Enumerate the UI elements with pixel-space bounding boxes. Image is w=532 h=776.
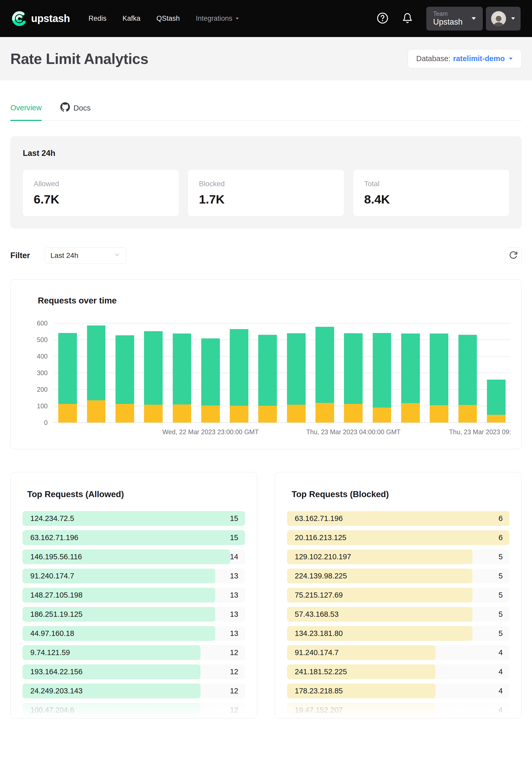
allowed-table-title: Top Requests (Allowed): [27, 490, 245, 499]
tab-overview[interactable]: Overview: [10, 102, 42, 121]
top-requests-section: Top Requests (Allowed) 124.234.72.51563.…: [10, 472, 522, 719]
table-row: 63.162.71.19615: [22, 530, 245, 545]
chart-bar-blocked-segment: [116, 404, 134, 423]
chart-bar-blocked-segment: [316, 403, 334, 423]
row-ip: 19.47.152.207: [295, 706, 343, 714]
chart-bar[interactable]: [316, 327, 334, 423]
table-row: 224.139.98.2255: [287, 569, 510, 583]
chart-bar-blocked-segment: [373, 408, 391, 423]
table-row: 241.181.52.2254: [287, 664, 510, 679]
row-content: 241.181.52.2254: [287, 664, 510, 679]
y-tick-label: 500: [37, 336, 48, 344]
row-ip: 186.251.19.125: [30, 610, 82, 619]
row-value: 13: [230, 629, 238, 638]
refresh-button[interactable]: [505, 247, 522, 264]
chart-bar[interactable]: [344, 333, 363, 423]
time-range-select[interactable]: Last 24h: [44, 247, 126, 264]
row-value: 15: [230, 533, 238, 542]
chart-bar[interactable]: [173, 334, 191, 423]
chart-bar-slot: [53, 323, 82, 423]
nav-link-qstash[interactable]: QStash: [156, 14, 180, 22]
row-content: 224.139.98.2255: [287, 569, 510, 583]
chart-title: Requests over time: [38, 296, 511, 306]
chart-bar-slot: [339, 323, 368, 423]
row-value: 12: [230, 687, 238, 695]
y-tick-label: 400: [37, 353, 48, 360]
row-value: 13: [230, 610, 238, 619]
chart-bar[interactable]: [144, 331, 163, 423]
table-row: 129.102.210.1975: [287, 549, 510, 564]
chart-bar-blocked-segment: [459, 405, 477, 423]
chart-bar[interactable]: [487, 380, 506, 423]
row-ip: 124.234.72.5: [30, 514, 74, 523]
tab-docs[interactable]: Docs: [60, 102, 91, 121]
chart-bar[interactable]: [201, 339, 220, 423]
row-content: 19.47.152.2074: [287, 703, 510, 718]
row-value: 6: [499, 514, 503, 523]
top-requests-allowed-card: Top Requests (Allowed) 124.234.72.51563.…: [10, 472, 257, 719]
bell-icon: [402, 13, 413, 25]
row-ip: 63.162.71.196: [30, 533, 78, 542]
database-label: Database:: [416, 54, 451, 63]
notifications-button[interactable]: [402, 13, 413, 25]
nav-link-label: Integrations: [196, 14, 232, 22]
stat-card-allowed: Allowed6.7K: [23, 170, 179, 216]
row-ip: 241.181.52.225: [295, 667, 347, 676]
chart-bar[interactable]: [116, 335, 134, 423]
chart-bar[interactable]: [87, 326, 106, 423]
chart-bar-slot: [282, 323, 311, 423]
row-ip: 178.23.218.85: [295, 687, 343, 695]
nav-link-kafka[interactable]: Kafka: [123, 14, 140, 22]
row-content: 100.47.204.612: [22, 703, 245, 718]
stat-label: Total: [364, 180, 498, 188]
chart-bar[interactable]: [58, 333, 77, 423]
chart-bar-slot: [82, 323, 110, 423]
chart-bar[interactable]: [459, 335, 477, 423]
chart-bar[interactable]: [230, 329, 248, 423]
chart-bar[interactable]: [373, 333, 391, 423]
table-row: 91.240.174.74: [287, 645, 510, 660]
chart-bar[interactable]: [287, 333, 306, 423]
nav-link-redis[interactable]: Redis: [88, 14, 107, 22]
team-switcher[interactable]: Team Upstash: [426, 7, 483, 31]
user-menu[interactable]: [486, 7, 521, 31]
row-content: 124.234.72.515: [22, 511, 245, 526]
nav-link-label: Kafka: [123, 14, 140, 22]
row-ip: 20.116.213.125: [295, 533, 346, 542]
chart-bar-slot: [111, 323, 139, 423]
table-row: 193.164.22.15612: [22, 664, 245, 679]
chart-bar[interactable]: [401, 334, 420, 423]
chart-plot-area: [53, 323, 511, 423]
row-value: 12: [230, 667, 238, 676]
stat-cards: Allowed6.7KBlocked1.7KTotal8.4K: [23, 170, 509, 216]
chart-bar-slot: [453, 323, 482, 423]
table-row: 178.23.218.854: [287, 684, 510, 698]
x-tick-label: Thu, 23 Mar 2023 09:00:00 GMT: [449, 428, 511, 436]
help-button[interactable]: [377, 12, 388, 25]
nav-link-integrations[interactable]: Integrations: [196, 14, 239, 22]
chart-x-axis: Wed, 22 Mar 2023 23:00:00 GMTThu, 23 Mar…: [53, 426, 511, 438]
tab-bar: Overview Docs: [10, 102, 522, 121]
chart-bar[interactable]: [430, 334, 448, 423]
row-ip: 129.102.210.197: [295, 553, 351, 561]
database-selector[interactable]: Database: ratelimit-demo: [408, 49, 522, 68]
chart-bar-slot: [253, 323, 282, 423]
row-content: 178.23.218.854: [287, 684, 510, 698]
stat-value: 1.7K: [199, 192, 333, 206]
page-title: Rate Limit Analytics: [10, 50, 148, 67]
row-value: 4: [499, 648, 503, 657]
x-tick-label: Thu, 23 Mar 2023 04:00:00 GMT: [306, 428, 400, 436]
table-row: 19.47.152.2074: [287, 703, 510, 718]
y-tick-label: 600: [37, 320, 48, 327]
nav-link-label: QStash: [156, 14, 180, 22]
chart-bar-blocked-segment: [344, 404, 363, 423]
row-content: 146.195.56.11614: [22, 549, 245, 564]
row-ip: 134.23.181.80: [295, 629, 343, 638]
caret-down-icon: [472, 17, 476, 20]
brand[interactable]: upstash: [11, 9, 70, 28]
requests-chart-card: Requests over time 0100200300400500600 W…: [10, 279, 522, 449]
chart-bar[interactable]: [258, 335, 277, 423]
chart-bar-blocked-segment: [87, 400, 106, 423]
row-ip: 75.215.127.69: [295, 591, 343, 599]
brand-name: upstash: [31, 13, 70, 24]
